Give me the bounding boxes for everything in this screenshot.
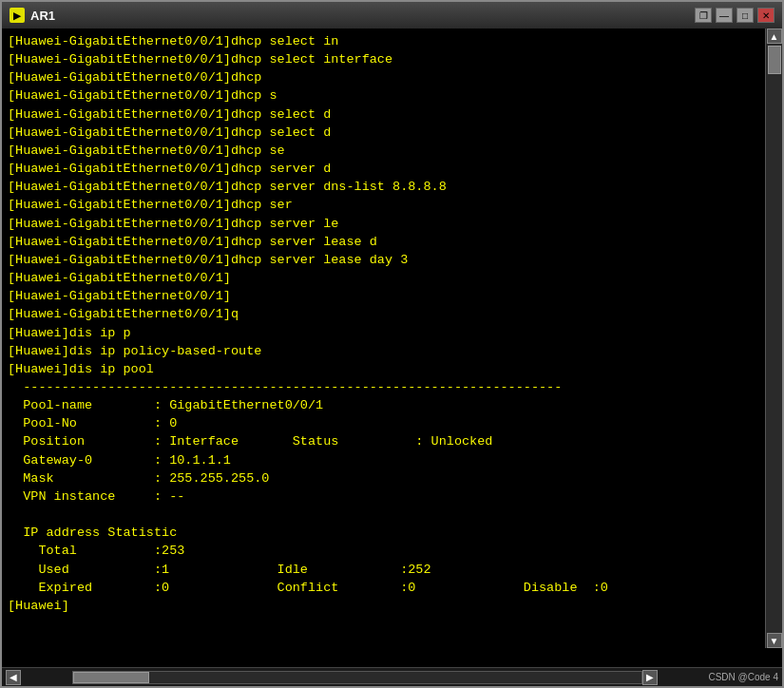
terminal: [Huawei-GigabitEthernet0/0/1]dhcp select… [2,29,782,667]
scroll-thumb[interactable] [768,46,781,74]
scroll-right-button[interactable]: ▶ [642,670,658,685]
title-bar: ▶ AR1 ❐ — □ ✕ [2,2,782,29]
h-scroll-track[interactable] [72,671,642,684]
restore-button[interactable]: ❐ [695,8,712,23]
horizontal-scrollbar[interactable] [72,671,642,684]
close-button[interactable]: ✕ [757,8,774,23]
minimize-button[interactable]: — [716,8,733,23]
watermark: CSDN @Code 4 [708,672,778,682]
window-icon: ▶ [10,8,25,23]
vertical-scrollbar[interactable]: ▲ ▼ [765,29,782,648]
window: ▶ AR1 ❐ — □ ✕ [Huawei-GigabitEthernet0/0… [0,0,784,688]
maximize-button[interactable]: □ [736,8,754,23]
scroll-down-button[interactable]: ▼ [767,633,782,648]
bottom-bar: ◀ ▶ CSDN @Code 4 [2,667,782,686]
h-scroll-thumb[interactable] [73,672,149,683]
scroll-left-button[interactable]: ◀ [6,670,21,685]
scroll-up-button[interactable]: ▲ [767,29,782,44]
window-title: AR1 [30,9,695,23]
title-bar-buttons: ❐ — □ ✕ [695,8,774,23]
terminal-output[interactable]: [Huawei-GigabitEthernet0/0/1]dhcp select… [2,29,782,667]
